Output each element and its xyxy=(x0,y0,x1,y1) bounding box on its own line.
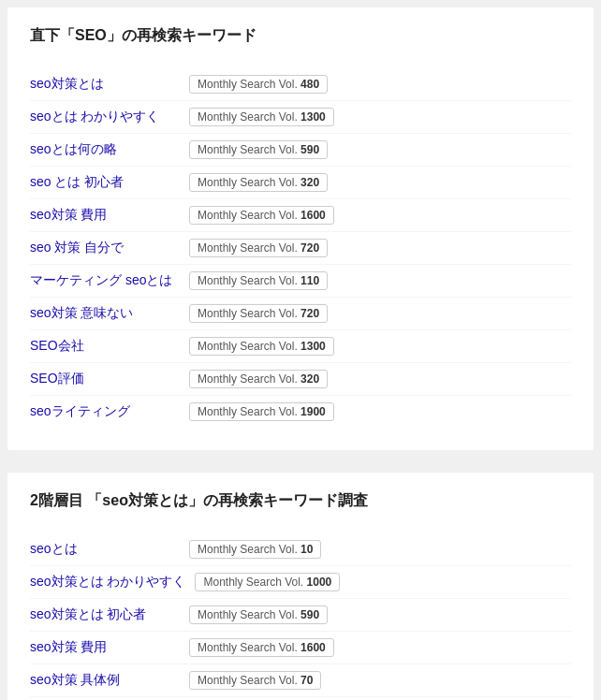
keyword-text[interactable]: seoとは わかりやすく xyxy=(30,109,180,125)
monthly-search-badge: Monthly Search Vol. 10 xyxy=(189,540,321,559)
keyword-row: SEO会社Monthly Search Vol. 1300 xyxy=(30,330,571,363)
keyword-text[interactable]: seo対策 費用 xyxy=(30,207,180,224)
section1-title: 直下「SEO」の再検索キーワード xyxy=(30,26,571,53)
section2-keyword-list: seoとはMonthly Search Vol. 10seo対策とは わかりやす… xyxy=(30,533,571,700)
monthly-search-badge: Monthly Search Vol. 590 xyxy=(189,140,328,159)
keyword-text[interactable]: SEO会社 xyxy=(30,338,180,355)
keyword-text[interactable]: seoとは xyxy=(30,541,180,558)
monthly-search-badge: Monthly Search Vol. 720 xyxy=(189,239,328,257)
monthly-search-badge: Monthly Search Vol. 1300 xyxy=(189,337,334,356)
keyword-row: seo 対策 自分でMonthly Search Vol. 720 xyxy=(30,232,571,265)
keyword-text[interactable]: seo対策とは 初心者 xyxy=(30,606,180,623)
keyword-text[interactable]: マーケティング seoとは xyxy=(30,272,180,289)
keyword-text[interactable]: seo 対策 自分で xyxy=(30,240,180,256)
keyword-text[interactable]: seoとは何の略 xyxy=(30,141,180,158)
keyword-row: seo対策 費用Monthly Search Vol. 1600 xyxy=(30,632,571,664)
keyword-text[interactable]: seo とは 初心者 xyxy=(30,174,180,191)
keyword-row: seo対策とは わかりやすくMonthly Search Vol. 1000 xyxy=(30,566,571,599)
monthly-search-badge: Monthly Search Vol. 70 xyxy=(189,671,321,690)
monthly-search-badge: Monthly Search Vol. 110 xyxy=(189,271,328,290)
monthly-search-badge: Monthly Search Vol. 1000 xyxy=(195,573,340,591)
keyword-row: SEO評価Monthly Search Vol. 320 xyxy=(30,363,571,396)
section2-title: 2階層目 「seo対策とは」の再検索キーワード調査 xyxy=(30,491,571,518)
keyword-row: seoとは何の略Monthly Search Vol. 590 xyxy=(30,134,571,167)
section1: 直下「SEO」の再検索キーワード seo対策とはMonthly Search V… xyxy=(7,7,594,450)
keyword-row: マーケティング seoとはMonthly Search Vol. 110 xyxy=(30,265,571,298)
section1-keyword-list: seo対策とはMonthly Search Vol. 480seoとは わかりや… xyxy=(30,68,571,428)
section2: 2階層目 「seo対策とは」の再検索キーワード調査 seoとはMonthly S… xyxy=(7,473,594,700)
keyword-text[interactable]: seo対策とは xyxy=(30,76,180,93)
keyword-row: seo対策とはMonthly Search Vol. 480 xyxy=(30,68,571,101)
keyword-row: seo対策 費用Monthly Search Vol. 1600 xyxy=(30,199,571,232)
keyword-row: seo対策とは 初心者Monthly Search Vol. 590 xyxy=(30,599,571,632)
keyword-text[interactable]: seoライティング xyxy=(30,403,180,420)
monthly-search-badge: Monthly Search Vol. 590 xyxy=(189,605,328,624)
monthly-search-badge: Monthly Search Vol. 320 xyxy=(189,370,328,388)
monthly-search-badge: Monthly Search Vol. 1600 xyxy=(189,206,334,225)
keyword-text[interactable]: SEO評価 xyxy=(30,371,180,387)
keyword-row: seo とは 初心者Monthly Search Vol. 320 xyxy=(30,167,571,199)
monthly-search-badge: Monthly Search Vol. 1900 xyxy=(189,402,334,421)
keyword-text[interactable]: seo対策 費用 xyxy=(30,639,180,656)
keyword-row: seo対策 意味ないMonthly Search Vol. 720 xyxy=(30,298,571,330)
monthly-search-badge: Monthly Search Vol. 720 xyxy=(189,304,328,323)
monthly-search-badge: Monthly Search Vol. 1300 xyxy=(189,108,334,126)
keyword-text[interactable]: seo対策 具体例 xyxy=(30,672,180,689)
monthly-search-badge: Monthly Search Vol. 480 xyxy=(189,75,328,94)
monthly-search-badge: Monthly Search Vol. 1600 xyxy=(189,638,334,657)
keyword-text[interactable]: seo対策とは わかりやすく xyxy=(30,574,185,591)
keyword-row: seo対策 具体例Monthly Search Vol. 70 xyxy=(30,664,571,697)
keyword-text[interactable]: seo対策 意味ない xyxy=(30,305,180,322)
keyword-row: seoとはMonthly Search Vol. 10 xyxy=(30,533,571,566)
monthly-search-badge: Monthly Search Vol. 320 xyxy=(189,173,328,192)
keyword-row: seoとは わかりやすくMonthly Search Vol. 1300 xyxy=(30,101,571,134)
keyword-row: seoライティングMonthly Search Vol. 1900 xyxy=(30,396,571,428)
